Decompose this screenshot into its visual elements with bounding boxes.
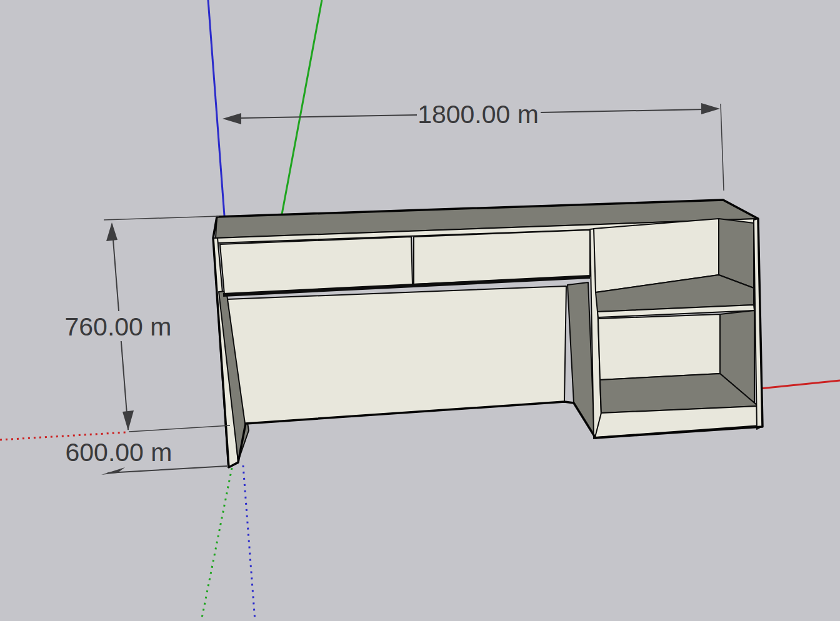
- height-dim-arrow-bottom: [122, 410, 134, 430]
- green-axis-dotted: [201, 468, 232, 621]
- blue-axis-line: [208, 0, 224, 216]
- width-dim-extension-right: [721, 104, 724, 191]
- depth-dim-arrow-left: [101, 467, 125, 475]
- desk-model: [213, 200, 762, 467]
- model-viewport[interactable]: 1800.00 m 760.00 m 600.00 m: [0, 0, 840, 621]
- height-dim-extension-bottom: [129, 425, 230, 432]
- red-axis-line: [760, 380, 840, 389]
- height-dim-label[interactable]: 760.00 m: [65, 312, 172, 341]
- depth-dim-line: [108, 466, 227, 473]
- width-dim-arrow-right: [701, 103, 720, 114]
- width-dim-arrow-left: [222, 113, 241, 124]
- green-axis-line: [282, 0, 322, 214]
- height-dim-extension-top: [104, 216, 219, 220]
- width-dim-line-left: [239, 115, 417, 118]
- width-dim-line-right: [541, 109, 705, 112]
- dimension-height: 760.00 m: [65, 216, 230, 432]
- depth-dim-label[interactable]: 600.00 m: [66, 438, 172, 467]
- dimension-width: 1800.00 m: [222, 100, 724, 191]
- cubby-bottom-back-panel[interactable]: [598, 314, 720, 380]
- height-dim-arrow-top: [106, 222, 118, 241]
- knee-hole-back-panel[interactable]: [228, 286, 566, 424]
- blue-axis-dotted: [243, 465, 255, 621]
- width-dim-label[interactable]: 1800.00 m: [418, 100, 539, 129]
- model-canvas[interactable]: 1800.00 m 760.00 m 600.00 m: [0, 0, 840, 621]
- dimension-depth: 600.00 m: [66, 438, 227, 475]
- drawer-right-front[interactable]: [414, 230, 590, 284]
